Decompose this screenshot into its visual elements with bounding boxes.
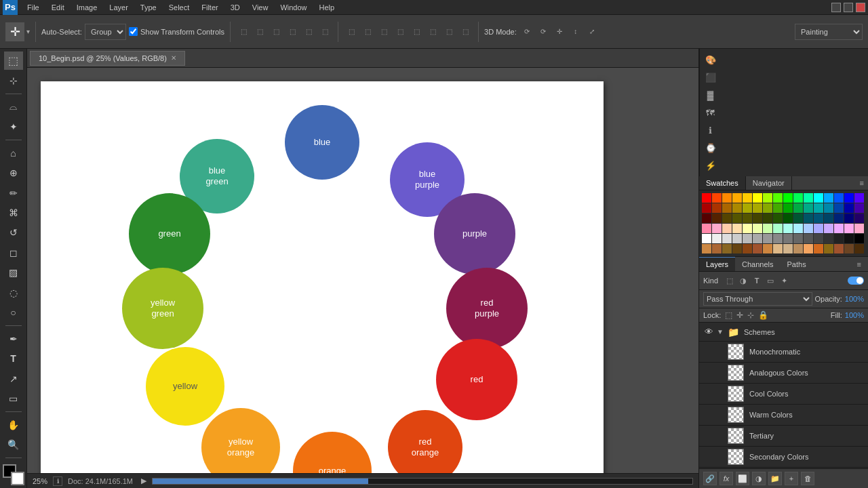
3d-roll-button[interactable]: ⟳ [536,24,551,39]
panel-icon-4[interactable]: 🗺 [703,104,719,121]
close-button[interactable] [856,3,865,12]
swatch[interactable] [743,203,752,213]
swatch[interactable] [732,234,742,243]
menu-image[interactable]: Image [71,2,103,13]
tool-dropdown-arrow[interactable]: ▾ [26,28,30,35]
swatch[interactable] [834,203,844,213]
swatch[interactable] [753,214,762,223]
blend-mode-dropdown[interactable]: Pass Through Normal Multiply Screen Over… [703,292,812,306]
swatch[interactable] [753,234,762,243]
swatch[interactable] [722,193,732,203]
hand-tool[interactable]: ✋ [4,415,23,434]
swatch[interactable] [743,193,752,203]
dist-top-button[interactable]: ⬚ [393,24,408,39]
lock-artboard-button[interactable]: ⊹ [747,310,754,320]
swatch[interactable] [753,193,762,203]
3d-scale-button[interactable]: ⤢ [585,24,599,39]
swatches-menu-button[interactable]: ≡ [856,178,868,188]
layer-vis-monochromatic[interactable] [714,346,725,357]
layers-menu-button[interactable]: ≡ [853,259,865,270]
panel-icon-6[interactable]: ⌚ [703,140,719,156]
filter-adjust-button[interactable]: ◑ [737,274,749,287]
magic-wand-tool[interactable]: ✦ [4,117,23,136]
align-top-button[interactable]: ⬚ [285,24,300,39]
swatch[interactable] [804,203,813,213]
swatch[interactable] [793,224,803,233]
swatch[interactable] [763,234,772,243]
swatch[interactable] [783,193,793,203]
color-swatches[interactable] [3,464,24,485]
swatch[interactable] [702,193,711,203]
3d-rotate-button[interactable]: ⟳ [519,24,534,39]
swatch[interactable] [773,224,783,233]
swatch[interactable] [753,224,762,233]
minimize-button[interactable] [831,3,841,12]
add-style-button[interactable]: fx [719,472,733,485]
menu-edit[interactable]: Edit [46,2,70,13]
delete-layer-button[interactable]: 🗑 [801,472,814,485]
brush-tool[interactable]: ✏ [4,184,23,202]
swatch[interactable] [763,193,772,203]
menu-type[interactable]: Type [135,2,162,13]
lasso-tool[interactable]: ⌓ [4,98,23,116]
swatch[interactable] [834,214,844,223]
swatch[interactable] [702,224,711,233]
blur-tool[interactable]: ◌ [4,283,23,302]
link-layers-button[interactable]: 🔗 [703,472,717,485]
menu-3d[interactable]: 3D [225,2,245,13]
align-right-button[interactable]: ⬚ [269,24,283,39]
zoom-info-button[interactable]: ℹ [53,476,62,486]
lock-position-button[interactable]: ✛ [736,310,743,320]
swatch[interactable] [783,203,793,213]
menu-view[interactable]: View [247,2,274,13]
swatch[interactable] [732,214,742,223]
canvas-tab[interactable]: 10_Begin.psd @ 25% (Values, RGB/8) ✕ [30,51,185,66]
swatch[interactable] [753,203,762,213]
layers-tab[interactable]: Layers [699,257,735,271]
3d-pan-button[interactable]: ✛ [552,24,567,39]
swatch[interactable] [824,214,833,223]
layer-vis-secondary-colors[interactable] [714,451,725,462]
swatch[interactable] [854,244,864,253]
swatch[interactable] [834,193,844,203]
swatch[interactable] [814,244,823,253]
dist-left-button[interactable]: ⬚ [344,24,359,39]
paths-tab[interactable]: Paths [781,258,813,271]
filter-smart-button[interactable]: ✦ [778,274,790,287]
swatch[interactable] [722,244,732,253]
panel-icon-7[interactable]: ⚡ [703,157,719,174]
swatch[interactable] [732,193,742,203]
3d-slide-button[interactable]: ↕ [568,24,583,39]
swatch[interactable] [834,224,844,233]
swatch[interactable] [854,214,864,223]
align-middle-button[interactable]: ⬚ [301,24,316,39]
menu-layer[interactable]: Layer [104,2,134,13]
dist-middle-button[interactable]: ⬚ [409,24,424,39]
dist-right-button[interactable]: ⬚ [376,24,391,39]
swatch[interactable] [743,214,752,223]
layer-item-analogous[interactable]: Analogous Colors [699,363,868,384]
swatch[interactable] [702,234,711,243]
filter-toggle-switch[interactable] [848,277,864,285]
swatch[interactable] [814,193,823,203]
swatch[interactable] [763,244,772,253]
selection-tool[interactable]: ⬚ [4,52,23,70]
swatch[interactable] [824,244,833,253]
swatch[interactable] [834,234,844,243]
panel-icon-5[interactable]: ℹ [703,122,719,138]
swatch[interactable] [834,244,844,253]
panel-icon-1[interactable]: 🎨 [703,52,719,68]
layer-item-schemes[interactable]: 👁▼📁Schemes [699,323,868,342]
layer-item-monochromatic[interactable]: Monochromatic [699,342,868,363]
swatch[interactable] [783,224,793,233]
menu-filter[interactable]: Filter [196,2,223,13]
swatch[interactable] [702,203,711,213]
lock-all-button[interactable]: 🔒 [758,310,768,320]
pen-tool[interactable]: ✒ [4,329,23,348]
show-transform-checkbox[interactable] [129,27,138,36]
swatch[interactable] [793,214,803,223]
add-group-button[interactable]: 📁 [768,472,782,485]
swatch[interactable] [722,214,732,223]
swatch[interactable] [824,234,833,243]
maximize-button[interactable] [844,3,853,12]
